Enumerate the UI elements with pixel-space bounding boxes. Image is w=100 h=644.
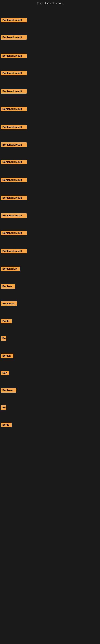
bottleneck-badge[interactable]: Bottleneck result — [1, 35, 27, 40]
bottleneck-badge[interactable]: Bottleneck result — [1, 231, 27, 235]
site-title: TheBottlenecker.com — [0, 0, 100, 6]
result-row: Bo — [0, 404, 7, 411]
bottleneck-badge[interactable]: Bottleneck result — [1, 178, 27, 182]
bottleneck-badge[interactable]: Bottleneck result — [1, 89, 27, 94]
result-row: Bottleneck result — [0, 70, 28, 77]
bottleneck-badge[interactable]: Bottlene — [1, 284, 15, 288]
bottleneck-badge[interactable]: Bottleneck result — [1, 249, 27, 253]
bottleneck-badge[interactable]: Bottleneck result — [1, 142, 27, 147]
result-row: Bottleneck result — [0, 195, 28, 202]
result-row: Bottlene — [0, 283, 16, 290]
bottleneck-badge[interactable]: Bottleneck result — [1, 196, 27, 200]
result-row: Bottleneck result — [0, 124, 28, 131]
result-row: Bottlenec — [0, 388, 17, 394]
result-row: Bottleneck result — [0, 53, 28, 60]
bottleneck-badge[interactable]: Bo — [1, 336, 6, 340]
result-row: Bottleneck result — [0, 212, 28, 219]
bottleneck-badge[interactable]: Bottleneck result — [1, 213, 27, 218]
result-row: Bottleneck result — [0, 230, 28, 237]
result-row: Bott — [0, 370, 10, 377]
bottleneck-badge[interactable]: Bottleneck re — [1, 267, 20, 271]
bottleneck-badge[interactable]: Bottleneck result — [1, 54, 27, 58]
bottleneck-badge[interactable]: Bottleneck result — [1, 71, 27, 76]
result-row: Bo — [0, 335, 7, 342]
bottleneck-badge[interactable]: Bottleneck result — [1, 160, 27, 164]
bottleneck-badge[interactable]: Bottleneck — [1, 302, 17, 306]
bottleneck-badge[interactable]: Bottleneck result — [1, 107, 27, 111]
result-row: Bottleneck re — [0, 266, 21, 273]
bottleneck-badge[interactable]: Bottleneck result — [1, 125, 27, 130]
result-row: Bottleneck — [0, 301, 18, 308]
results-container: Bottleneck resultBottleneck resultBottle… — [0, 6, 100, 644]
result-row: Bottleneck result — [0, 34, 28, 41]
bottleneck-badge[interactable]: Bo — [1, 405, 6, 410]
result-row: Bottleneck result — [0, 106, 28, 113]
result-row: Bottleneck result — [0, 142, 28, 148]
bottleneck-badge[interactable]: Bottle — [1, 319, 12, 324]
bottleneck-badge[interactable]: Bott — [1, 371, 9, 375]
bottleneck-badge[interactable]: Bottlen — [1, 354, 13, 358]
result-row: Bottleneck result — [0, 88, 28, 95]
bottleneck-badge[interactable]: Bottlenec — [1, 388, 16, 393]
result-row: Bottleneck result — [0, 17, 28, 24]
result-row: Bottle — [0, 318, 13, 325]
site-title-container: TheBottlenecker.com — [0, 0, 100, 6]
result-row: Bottleneck result — [0, 177, 28, 184]
bottleneck-badge[interactable]: Bottleneck result — [1, 18, 27, 22]
result-row: Bottle — [0, 422, 13, 429]
bottleneck-badge[interactable]: Bottle — [1, 422, 12, 427]
result-row: Bottleneck result — [0, 159, 28, 166]
result-row: Bottleneck result — [0, 248, 28, 255]
result-row: Bottlen — [0, 353, 14, 360]
